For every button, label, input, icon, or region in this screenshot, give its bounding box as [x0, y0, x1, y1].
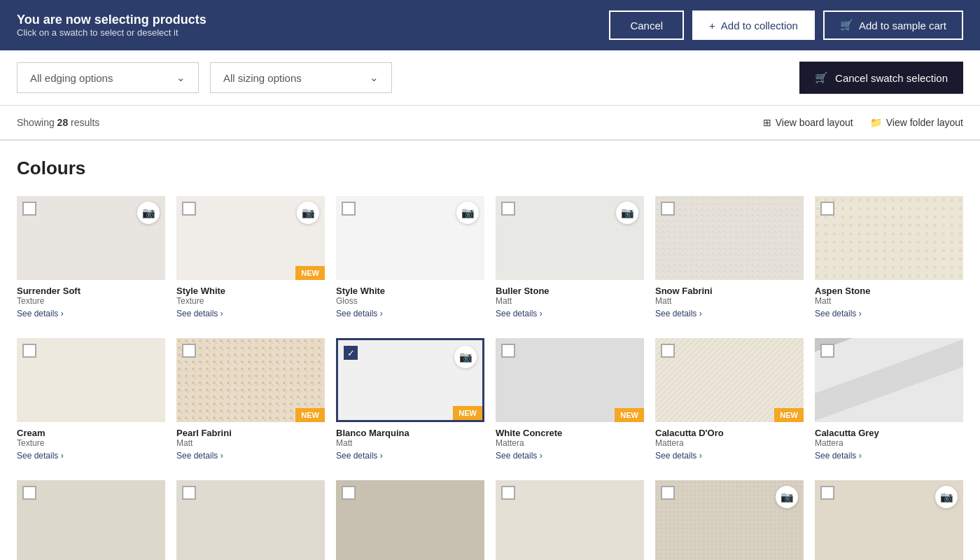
- camera-icon[interactable]: 📷: [454, 346, 477, 368]
- product-card[interactable]: 📷Style WhiteGlossSee details ›: [336, 196, 484, 321]
- product-checkbox[interactable]: [820, 344, 834, 358]
- product-checkbox[interactable]: [22, 202, 36, 216]
- view-folder-layout-button[interactable]: 📁 View folder layout: [870, 117, 963, 128]
- product-see-details-link[interactable]: See details ›: [496, 451, 644, 461]
- product-image-wrap: [336, 480, 484, 560]
- product-card[interactable]: ✓📷NEWBlanco MarquinaMattSee details ›: [336, 338, 484, 463]
- layout-options: ⊞ View board layout 📁 View folder layout: [763, 117, 963, 128]
- product-image-wrap: [655, 196, 804, 280]
- product-see-details-link[interactable]: See details ›: [815, 309, 963, 318]
- product-image-wrap: 📷: [496, 196, 644, 280]
- top-bar: You are now selecting products Click on …: [0, 0, 980, 50]
- product-image-wrap: [176, 480, 325, 560]
- product-checkbox[interactable]: [182, 344, 196, 358]
- product-card[interactable]: Snow FabriniMattSee details ›: [655, 196, 804, 321]
- product-image-wrap: 📷: [17, 196, 165, 280]
- cancel-swatch-button[interactable]: 🛒 Cancel swatch selection: [799, 62, 963, 94]
- product-checkbox[interactable]: [661, 202, 675, 216]
- product-checkbox[interactable]: [342, 486, 356, 500]
- product-checkbox[interactable]: [661, 344, 675, 358]
- camera-icon[interactable]: 📷: [137, 202, 160, 224]
- product-checkbox[interactable]: [661, 486, 675, 500]
- product-card[interactable]: [336, 480, 484, 560]
- product-checkbox[interactable]: [501, 202, 515, 216]
- product-see-details-link[interactable]: See details ›: [176, 309, 325, 318]
- product-card[interactable]: 📷: [815, 480, 963, 560]
- camera-icon[interactable]: 📷: [456, 202, 479, 224]
- board-icon: ⊞: [763, 117, 771, 128]
- product-name: Calacutta Grey: [815, 428, 963, 438]
- product-image-wrap: NEW: [176, 338, 325, 422]
- add-to-sample-cart-button[interactable]: 🛒 Add to sample cart: [823, 10, 963, 40]
- product-see-details-link[interactable]: See details ›: [655, 309, 804, 318]
- product-checkbox[interactable]: [182, 202, 196, 216]
- chevron-down-icon: ⌄: [370, 71, 379, 84]
- product-image-wrap: 📷NEW: [176, 196, 325, 280]
- product-see-details-link[interactable]: See details ›: [336, 451, 484, 461]
- product-see-details-link[interactable]: See details ›: [17, 309, 165, 318]
- product-card[interactable]: 📷: [655, 480, 804, 560]
- product-see-details-link[interactable]: See details ›: [496, 309, 644, 318]
- product-info: White ConcreteMatteraSee details ›: [496, 422, 644, 463]
- product-card[interactable]: Aspen StoneMattSee details ›: [815, 196, 963, 321]
- product-card[interactable]: 📷Buller StoneMattSee details ›: [496, 196, 644, 321]
- product-image-wrap: NEW: [496, 338, 644, 422]
- product-card[interactable]: NEWCalacutta D'OroMatteraSee details ›: [655, 338, 804, 463]
- product-name: Style White: [336, 286, 484, 296]
- products-row-3: 📷📷: [17, 480, 963, 560]
- add-to-sample-cart-label: Add to sample cart: [859, 20, 946, 31]
- product-see-details-link[interactable]: See details ›: [17, 451, 165, 461]
- product-image-wrap: [17, 338, 165, 422]
- product-card[interactable]: Calacutta GreyMatteraSee details ›: [815, 338, 963, 463]
- edging-options-dropdown[interactable]: All edging options ⌄: [17, 62, 199, 93]
- product-checkbox[interactable]: ✓: [344, 346, 358, 360]
- chevron-down-icon: ⌄: [176, 71, 186, 84]
- product-card[interactable]: 📷Surrender SoftTextureSee details ›: [17, 196, 165, 321]
- product-checkbox[interactable]: [22, 486, 36, 500]
- product-image-wrap: ✓📷NEW: [336, 338, 484, 422]
- product-name: Cream: [17, 428, 165, 438]
- products-row-1: 📷Surrender SoftTextureSee details ›📷NEWS…: [17, 196, 963, 321]
- product-swatch: [17, 480, 165, 560]
- view-board-layout-button[interactable]: ⊞ View board layout: [763, 117, 853, 128]
- product-card[interactable]: [176, 480, 325, 560]
- camera-icon[interactable]: 📷: [935, 486, 958, 508]
- product-swatch: [655, 196, 804, 280]
- product-see-details-link[interactable]: See details ›: [815, 451, 963, 461]
- new-badge: NEW: [295, 408, 325, 422]
- product-checkbox[interactable]: [22, 344, 36, 358]
- product-name: Calacutta D'Oro: [655, 428, 804, 438]
- product-type: Gloss: [336, 296, 484, 306]
- product-type: Texture: [176, 296, 325, 306]
- camera-icon[interactable]: 📷: [776, 486, 798, 508]
- product-checkbox[interactable]: [820, 202, 834, 216]
- product-see-details-link[interactable]: See details ›: [336, 309, 484, 318]
- product-see-details-link[interactable]: See details ›: [176, 451, 325, 461]
- product-card[interactable]: 📷NEWStyle WhiteTextureSee details ›: [176, 196, 325, 321]
- camera-icon[interactable]: 📷: [616, 202, 638, 224]
- product-card[interactable]: [496, 480, 644, 560]
- product-image-wrap: [496, 480, 644, 560]
- product-checkbox[interactable]: [501, 344, 515, 358]
- cancel-top-button[interactable]: Cancel: [609, 10, 684, 40]
- product-type: Texture: [17, 438, 165, 448]
- colours-section-title: Colours: [17, 158, 963, 179]
- selecting-heading: You are now selecting products: [17, 13, 206, 27]
- product-checkbox[interactable]: [342, 202, 356, 216]
- product-card[interactable]: NEWWhite ConcreteMatteraSee details ›: [496, 338, 644, 463]
- product-swatch: [176, 480, 325, 560]
- product-card[interactable]: CreamTextureSee details ›: [17, 338, 165, 463]
- product-checkbox[interactable]: [501, 486, 515, 500]
- product-type: Matt: [496, 296, 644, 306]
- product-checkbox[interactable]: [820, 486, 834, 500]
- product-info: Pearl FabriniMattSee details ›: [176, 422, 325, 463]
- add-to-collection-button[interactable]: + Add to collection: [692, 10, 815, 40]
- camera-icon[interactable]: 📷: [297, 202, 319, 224]
- product-checkbox[interactable]: [182, 486, 196, 500]
- product-card[interactable]: NEWPearl FabriniMattSee details ›: [176, 338, 325, 463]
- main-content: Colours 📷Surrender SoftTextureSee detail…: [0, 141, 980, 560]
- product-card[interactable]: [17, 480, 165, 560]
- product-see-details-link[interactable]: See details ›: [655, 451, 804, 461]
- product-name: Style White: [176, 286, 325, 296]
- sizing-options-dropdown[interactable]: All sizing options ⌄: [210, 62, 392, 93]
